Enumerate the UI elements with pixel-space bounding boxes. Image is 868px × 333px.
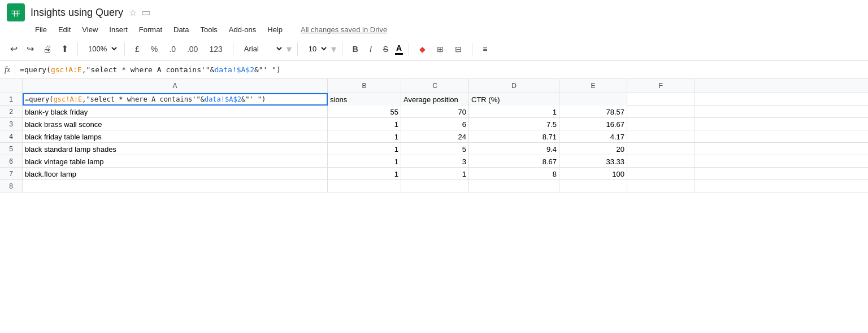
title-icons: ☆ ▭: [129, 6, 151, 19]
cell-f5[interactable]: [627, 143, 695, 155]
decimal0-button[interactable]: .0: [164, 43, 180, 55]
zoom-select[interactable]: 100%: [84, 43, 119, 55]
cell-b6[interactable]: 1: [328, 155, 401, 168]
cell-c1[interactable]: Average position: [401, 93, 469, 106]
percent-button[interactable]: %: [146, 43, 162, 55]
currency-button[interactable]: £: [131, 43, 144, 55]
cell-a6[interactable]: black vintage table lamp: [23, 155, 328, 168]
redo-button[interactable]: ↪: [23, 41, 37, 56]
cell-e8[interactable]: [559, 180, 627, 192]
col-header-f[interactable]: F: [627, 79, 695, 93]
cell-a4[interactable]: black friday table lamps: [23, 130, 328, 143]
formula-text-2: gsc!A:E: [51, 65, 82, 74]
cell-b8[interactable]: [328, 180, 401, 192]
strikethrough-button[interactable]: S: [379, 43, 393, 55]
cell-d6[interactable]: 8.67: [469, 155, 559, 168]
col-header-e[interactable]: E: [559, 79, 627, 93]
cell-b1[interactable]: sions: [328, 93, 401, 106]
cell-f2[interactable]: [627, 106, 695, 118]
cell-c6[interactable]: 3: [401, 155, 469, 168]
col-header-a[interactable]: A: [23, 79, 328, 93]
fill-color-button[interactable]: ◆: [415, 43, 430, 55]
cell-e4[interactable]: 4.17: [559, 130, 627, 143]
cell-c8[interactable]: [401, 180, 469, 192]
italic-button[interactable]: I: [365, 43, 376, 55]
row-number-2: 2: [0, 106, 23, 117]
folder-icon[interactable]: ▭: [141, 6, 151, 19]
cell-a7[interactable]: black.floor lamp: [23, 168, 328, 180]
cell-c3[interactable]: 6: [401, 118, 469, 130]
cell-a3[interactable]: black brass wall sconce: [23, 118, 328, 130]
table-row: 4 black friday table lamps 1 24 8.71 4.1…: [0, 130, 868, 143]
menu-help[interactable]: Help: [263, 24, 287, 35]
saved-status: All changes saved in Drive: [301, 25, 387, 34]
col-header-b[interactable]: B: [328, 79, 401, 93]
cell-f6[interactable]: [627, 155, 695, 168]
merge-cells-button[interactable]: ⊟: [450, 43, 466, 55]
formula-part-4: data!$A$2: [205, 95, 241, 103]
cell-f3[interactable]: [627, 118, 695, 130]
cell-e1[interactable]: [559, 93, 627, 106]
borders-button[interactable]: ⊞: [432, 43, 448, 55]
underline-color-button[interactable]: A: [395, 43, 403, 55]
cell-d4[interactable]: 8.71: [469, 130, 559, 143]
menu-data[interactable]: Data: [169, 24, 193, 35]
paint-format-button[interactable]: ⬆: [58, 41, 72, 56]
format123-button[interactable]: 123: [205, 43, 227, 55]
cell-c4[interactable]: 24: [401, 130, 469, 143]
cell-b2[interactable]: 55: [328, 106, 401, 118]
cell-b3[interactable]: 1: [328, 118, 401, 130]
cell-c5[interactable]: 5: [401, 143, 469, 155]
menu-insert[interactable]: Insert: [105, 24, 132, 35]
font-size-select[interactable]: 10: [303, 42, 329, 55]
cell-e3[interactable]: 16.67: [559, 118, 627, 130]
cell-d1[interactable]: CTR (%): [469, 93, 559, 106]
cell-d2[interactable]: 1: [469, 106, 559, 118]
font-select[interactable]: Arial: [239, 42, 284, 55]
print-button[interactable]: 🖨: [40, 42, 55, 56]
cell-a1[interactable]: =query(gsc!A:E,"select * where A contain…: [23, 93, 328, 106]
cell-b5[interactable]: 1: [328, 143, 401, 155]
cell-f4[interactable]: [627, 130, 695, 143]
cell-a8[interactable]: [23, 180, 328, 192]
cell-d8[interactable]: [469, 180, 559, 192]
menu-format[interactable]: Format: [134, 24, 167, 35]
toolbar: ↩ ↪ 🖨 ⬆ 100% £ % .0 .00 123 Arial ▾ 10 ▾…: [0, 37, 868, 61]
align-button[interactable]: ≡: [478, 43, 492, 55]
bold-button[interactable]: B: [348, 43, 363, 55]
cell-e5[interactable]: 20: [559, 143, 627, 155]
cell-f8[interactable]: [627, 180, 695, 192]
cell-d7[interactable]: 8: [469, 168, 559, 180]
cell-a5[interactable]: black standard lamp shades: [23, 143, 328, 155]
cell-e7[interactable]: 100: [559, 168, 627, 180]
decimal00-button[interactable]: .00: [183, 43, 202, 55]
cell-d5[interactable]: 9.4: [469, 143, 559, 155]
svg-rect-0: [12, 8, 20, 17]
menu-edit[interactable]: Edit: [54, 24, 75, 35]
cell-f1[interactable]: [627, 93, 695, 106]
title-bar: Insights using Query ☆ ▭: [0, 0, 868, 21]
cell-d3[interactable]: 7.5: [469, 118, 559, 130]
table-row: 7 black.floor lamp 1 1 8 100: [0, 168, 868, 180]
cell-a2[interactable]: blank-y black friday: [23, 106, 328, 118]
cell-c2[interactable]: 70: [401, 106, 469, 118]
menu-addons[interactable]: Add-ons: [224, 24, 261, 35]
col-header-c[interactable]: C: [401, 79, 469, 93]
row-number-5: 5: [0, 143, 23, 155]
cell-b7[interactable]: 1: [328, 168, 401, 180]
cell-e6[interactable]: 33.33: [559, 155, 627, 168]
menu-view[interactable]: View: [77, 24, 102, 35]
cell-c7[interactable]: 1: [401, 168, 469, 180]
cell-e2[interactable]: 78.57: [559, 106, 627, 118]
formula-bar: fx =query(gsc!A:E,"select * where A cont…: [0, 61, 868, 79]
cell-f7[interactable]: [627, 168, 695, 180]
menu-file[interactable]: File: [31, 24, 51, 35]
menu-tools[interactable]: Tools: [196, 24, 222, 35]
formula-content[interactable]: =query(gsc!A:E,"select * where A contain…: [20, 65, 863, 74]
col-header-d[interactable]: D: [469, 79, 559, 93]
spreadsheet: A B C D E F 1 =query(gsc!A:E,"select * w…: [0, 79, 868, 333]
cell-b4[interactable]: 1: [328, 130, 401, 143]
undo-button[interactable]: ↩: [7, 41, 21, 56]
toolbar-sep-6: [409, 42, 409, 56]
star-icon[interactable]: ☆: [129, 7, 137, 18]
